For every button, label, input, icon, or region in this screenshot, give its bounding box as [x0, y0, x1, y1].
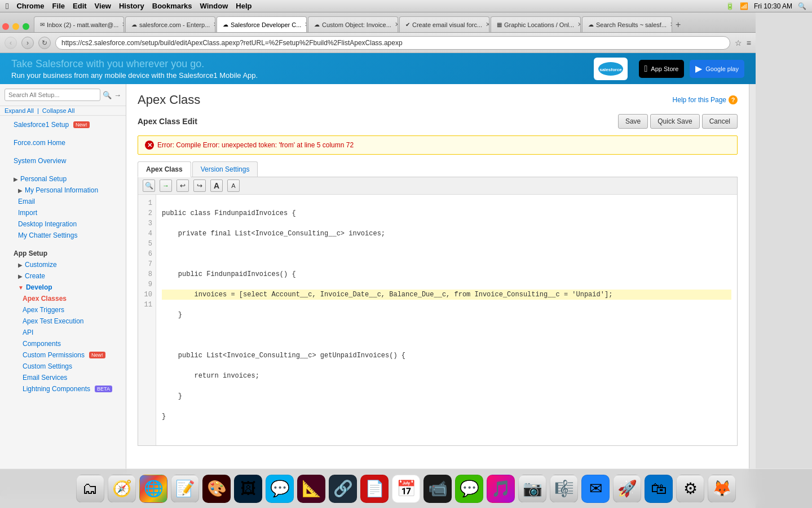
dock-appstore[interactable]: 🛍 — [645, 475, 673, 503]
dock-photos[interactable]: 📷 — [518, 475, 546, 503]
tab-version-settings[interactable]: Version Settings — [192, 161, 258, 177]
cancel-button[interactable]: Cancel — [702, 114, 738, 129]
sidebar-item-app-setup[interactable]: App Setup — [0, 248, 126, 259]
menu-view[interactable]: View — [95, 2, 111, 10]
dock-firefox[interactable]: 🦊 — [708, 475, 736, 503]
code-lines[interactable]: public class FindunpaidInvoices { privat… — [156, 195, 737, 445]
dock-calendar[interactable]: 📅 — [392, 475, 420, 503]
sidebar-item-desktop-integration[interactable]: Desktop Integration — [0, 218, 126, 230]
sidebar-item-apex-test-execution[interactable]: Apex Test Execution — [0, 316, 126, 327]
sidebar-item-custom-settings[interactable]: Custom Settings — [0, 361, 126, 372]
tab-5[interactable]: ✔ Create email visual forc... ✕ — [399, 16, 489, 32]
menu-history[interactable]: History — [119, 2, 144, 10]
sidebar-item-develop[interactable]: ▼ Develop — [0, 282, 126, 293]
dock-skype[interactable]: 💬 — [266, 475, 294, 503]
tab-1-close[interactable]: ✕ — [122, 21, 124, 28]
help-icon: ? — [729, 95, 738, 104]
quick-save-button[interactable]: Quick Save — [650, 114, 699, 129]
tab-3[interactable]: ☁ Salesforce Developer C... ✕ — [217, 16, 307, 32]
tab-7-close[interactable]: ✕ — [670, 21, 672, 28]
sidebar-item-personal-setup[interactable]: ▶ Personal Setup — [0, 173, 126, 185]
toolbar-font-large[interactable]: A — [210, 179, 223, 192]
search-input[interactable] — [5, 89, 100, 101]
maximize-btn[interactable] — [23, 23, 29, 30]
sidebar-item-forcecom[interactable]: Force.com Home — [0, 137, 126, 148]
address-input[interactable] — [55, 36, 730, 50]
dock-facetime[interactable]: 📹 — [423, 475, 452, 503]
sidebar-item-sf1-setup[interactable]: Salesforce1 Setup New! — [0, 119, 126, 130]
sidebar-item-system-overview[interactable]: System Overview — [0, 155, 126, 167]
minimize-btn[interactable] — [12, 23, 19, 30]
tab-2[interactable]: ☁ salesforce.com - Enterp... ✕ — [125, 16, 215, 32]
appstore-button[interactable]:  App Store — [639, 60, 685, 78]
tab-6[interactable]: ▦ Graphic Locations / Onl... ✕ — [491, 16, 581, 32]
sidebar-search-go[interactable]: → — [114, 91, 121, 99]
menu-bookmarks[interactable]: Bookmarks — [152, 2, 192, 10]
toolbar-font-small[interactable]: A — [227, 179, 240, 192]
dock-illustrator[interactable]: 🎨 — [202, 475, 231, 503]
save-button[interactable]: Save — [618, 114, 648, 129]
menu-file[interactable]: File — [52, 2, 65, 10]
dock-photoshop[interactable]: 🖼 — [234, 475, 262, 503]
menu-help[interactable]: Help — [236, 2, 251, 10]
dock-messages[interactable]: 💬 — [455, 475, 483, 503]
dock-indesign[interactable]: 📐 — [297, 475, 325, 503]
dock-safari[interactable]: 🧭 — [108, 475, 136, 503]
main-layout: 🔍 → Expand All | Collapse All Salesforce… — [0, 84, 756, 496]
tab-4[interactable]: ☁ Custom Object: Invoice... ✕ — [308, 16, 398, 32]
help-link[interactable]: Help for this Page ? — [673, 95, 738, 104]
tab-4-close[interactable]: ✕ — [395, 21, 398, 28]
sidebar-item-email[interactable]: Email — [0, 196, 126, 207]
app-setup-label: App Setup — [14, 249, 47, 257]
menu-edit[interactable]: Edit — [73, 2, 87, 10]
close-window-btn[interactable] — [2, 23, 9, 30]
sidebar-item-customize[interactable]: ▶ Customize — [0, 259, 126, 270]
googleplay-button[interactable]: ▶ Google play — [690, 60, 744, 78]
dock-notes[interactable]: 📝 — [171, 475, 199, 503]
bookmark-icon[interactable]: ☆ — [735, 38, 742, 47]
sidebar-item-import[interactable]: Import — [0, 207, 126, 218]
dock-chrome[interactable]: 🌐 — [139, 475, 167, 503]
menu-icon[interactable]: ≡ — [747, 38, 751, 47]
tab-apex-class[interactable]: Apex Class — [138, 161, 191, 177]
sidebar-item-create[interactable]: ▶ Create — [0, 270, 126, 282]
dock-finder[interactable]: 🗂 — [76, 475, 104, 503]
sidebar-item-my-personal-info[interactable]: ▶ My Personal Information — [0, 185, 126, 196]
reload-button[interactable]: ↻ — [38, 37, 51, 49]
tab-5-close[interactable]: ✕ — [486, 21, 489, 28]
toolbar-undo[interactable]: ↩ — [176, 179, 189, 192]
tab-2-close[interactable]: ✕ — [213, 21, 215, 28]
sidebar-item-email-services[interactable]: Email Services — [0, 372, 126, 383]
dock-itunes[interactable]: 🎵 — [487, 475, 515, 503]
expand-all-link[interactable]: Expand All — [5, 107, 34, 114]
search-icon[interactable]: 🔍 — [798, 2, 806, 10]
dock-systemprefs[interactable]: ⚙ — [676, 475, 704, 503]
sidebar-item-lightning-components[interactable]: Lightning Components BETA — [0, 383, 126, 395]
dock-acrobat[interactable]: 📄 — [360, 475, 389, 503]
search-button[interactable]: 🔍 — [103, 91, 112, 99]
tab-7[interactable]: ☁ Search Results ~ salesf... ✕ — [582, 16, 672, 32]
dock-music[interactable]: 🎼 — [550, 475, 578, 503]
toolbar-redo[interactable]: ↪ — [193, 179, 206, 192]
toolbar-search[interactable]: 🔍 — [143, 179, 155, 192]
dock-bridge[interactable]: 🔗 — [329, 475, 357, 503]
tab-6-close[interactable]: ✕ — [577, 21, 581, 28]
sidebar-item-chatter-settings[interactable]: My Chatter Settings — [0, 230, 126, 241]
app-name[interactable]: Chrome — [16, 2, 44, 10]
new-tab-btn[interactable]: + — [676, 20, 681, 30]
sidebar-item-apex-classes[interactable]: Apex Classes — [0, 293, 126, 304]
back-button[interactable]: ‹ — [5, 37, 17, 49]
apple-menu[interactable]:  — [6, 1, 8, 11]
sidebar-item-components[interactable]: Components — [0, 338, 126, 349]
tab-3-close[interactable]: ✕ — [304, 21, 307, 28]
tab-1[interactable]: ✉ Inbox (2) - matt.walter@... ✕ — [34, 16, 124, 32]
forward-button[interactable]: › — [21, 37, 34, 49]
toolbar-run[interactable]: → — [160, 179, 172, 192]
sidebar-item-api[interactable]: API — [0, 327, 126, 338]
dock-mail[interactable]: ✉ — [581, 475, 610, 503]
collapse-all-link[interactable]: Collapse All — [42, 107, 74, 114]
sidebar-item-custom-permissions[interactable]: Custom Permissions New! — [0, 349, 126, 361]
sidebar-item-apex-triggers[interactable]: Apex Triggers — [0, 304, 126, 316]
dock-launchpad[interactable]: 🚀 — [613, 475, 641, 503]
menu-window[interactable]: Window — [200, 2, 228, 10]
